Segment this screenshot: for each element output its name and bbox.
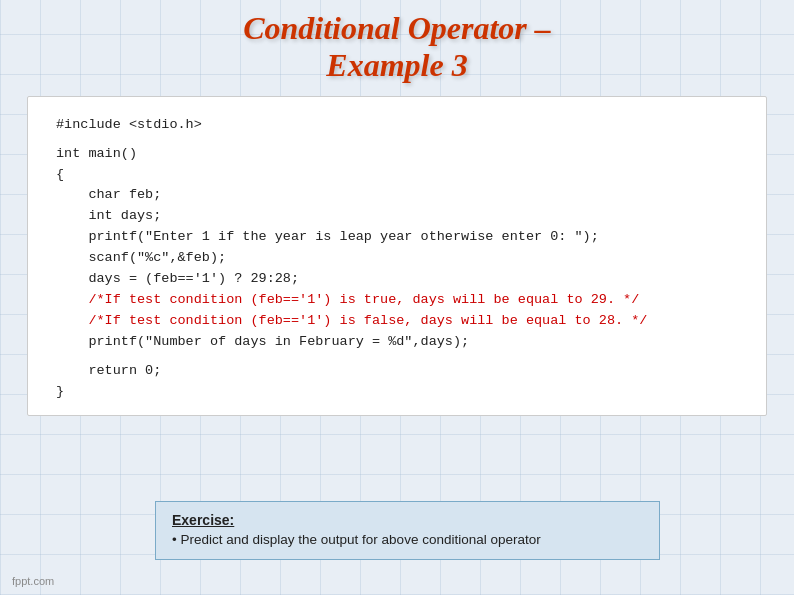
branding-label: fppt.com bbox=[12, 575, 54, 587]
exercise-item: Predict and display the output for above… bbox=[172, 532, 643, 547]
code-open-brace: { bbox=[56, 165, 738, 186]
code-days-assign: days = (feb=='1') ? 29:28; bbox=[56, 269, 738, 290]
code-scanf: scanf("%c",&feb); bbox=[56, 248, 738, 269]
slide-title: Conditional Operator – Example 3 bbox=[243, 10, 551, 84]
code-main-sig: int main() bbox=[56, 144, 738, 165]
code-close-brace: } bbox=[56, 382, 738, 403]
code-char-feb: char feb; bbox=[56, 185, 738, 206]
exercise-box: Exercise: Predict and display the output… bbox=[155, 501, 660, 560]
code-comment1: /*If test condition (feb=='1') is true, … bbox=[56, 290, 738, 311]
code-printf2: printf("Number of days in February = %d"… bbox=[56, 332, 738, 353]
code-printf1: printf("Enter 1 if the year is leap year… bbox=[56, 227, 738, 248]
code-return: return 0; bbox=[56, 361, 738, 382]
code-comment2: /*If test condition (feb=='1') is false,… bbox=[56, 311, 738, 332]
code-include: #include <stdio.h> bbox=[56, 115, 738, 136]
title-line1: Conditional Operator – bbox=[243, 10, 551, 47]
code-block: #include <stdio.h> int main() { char feb… bbox=[27, 96, 767, 416]
title-line2: Example 3 bbox=[243, 47, 551, 84]
code-int-days: int days; bbox=[56, 206, 738, 227]
exercise-title: Exercise: bbox=[172, 512, 643, 528]
